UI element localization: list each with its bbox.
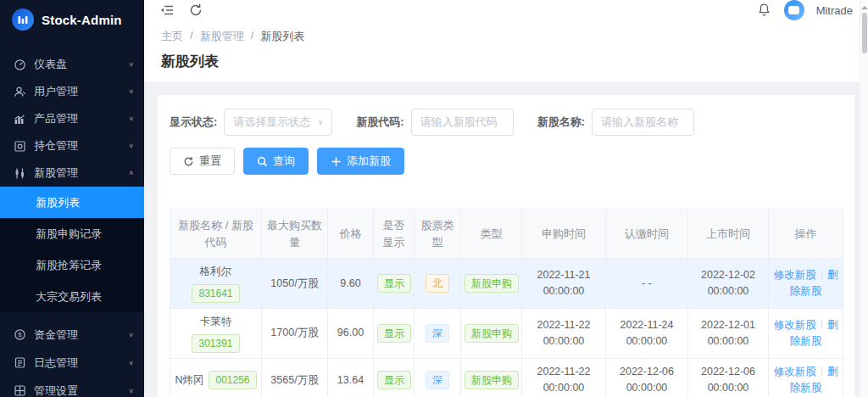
sidebar-item-logs[interactable]: 日志管理 ∨	[0, 349, 144, 377]
chevron-down-icon: ∨	[128, 88, 134, 95]
code-input[interactable]: 请输入新股代码	[411, 109, 514, 136]
scrollbar-thumb[interactable]	[862, 13, 867, 53]
sidebar-subitem-subscription-records[interactable]: 新股申购记录	[0, 218, 144, 249]
breadcrumb-separator: /	[251, 29, 254, 44]
gauge-icon	[14, 59, 26, 71]
app-title: Stock-Admin	[42, 13, 122, 27]
status-placeholder: 请选择显示状态	[233, 115, 312, 130]
status-select[interactable]: 请选择显示状态 ∨	[224, 109, 332, 136]
sidebar-item-label: 日志管理	[34, 355, 128, 371]
chat-logo-icon	[788, 6, 799, 14]
new-stock-table: 新股名称 / 新股代码 最大购买数量 价格 是否显示 股票类型 类型 申购时间 …	[170, 209, 843, 397]
sidebar-item-positions[interactable]: 持仓管理 ∨	[0, 132, 144, 159]
app-logo[interactable]: Stock-Admin	[0, 0, 144, 39]
divider	[821, 366, 822, 376]
edit-stock-link[interactable]: 修改新股	[774, 366, 816, 377]
chevron-down-icon: ∨	[128, 115, 134, 122]
sidebar-item-label: 产品管理	[34, 111, 128, 126]
subscribe-time: 2022-11-22 00:00:00	[522, 308, 606, 358]
breadcrumb-new-stock-mgmt[interactable]: 新股管理	[200, 29, 244, 44]
scroll-up-arrow-icon[interactable]	[861, 3, 868, 9]
position-icon	[14, 140, 26, 153]
col-listing-time: 上市时间	[688, 210, 769, 259]
filter-code: 新股代码: 请输入新股代码	[356, 109, 513, 136]
sidebar-subitem-block-trades[interactable]: 大宗交易列表	[0, 281, 144, 312]
col-price: 价格	[328, 210, 374, 259]
col-visible: 是否显示	[374, 210, 415, 259]
payment-time: - -	[606, 259, 688, 309]
listing-time: 2022-12-02 00:00:00	[688, 259, 769, 309]
subitem-label: 大宗交易列表	[36, 289, 102, 305]
sidebar-item-dashboard[interactable]: 仪表盘 ∨	[0, 51, 144, 78]
log-icon	[14, 356, 26, 369]
payment-time: 2022-11-24 00:00:00	[606, 308, 688, 358]
code-label: 新股代码:	[356, 115, 403, 130]
visible-badge: 显示	[377, 324, 411, 343]
search-icon	[257, 156, 268, 167]
subscribe-time: 2022-11-21 00:00:00	[522, 259, 606, 309]
sidebar-item-users[interactable]: 用户管理 ∨	[0, 78, 144, 105]
name-input[interactable]: 请输入新股名称	[592, 109, 694, 136]
stock-code-badge: 831641	[192, 284, 239, 303]
sidebar-item-admin-settings[interactable]: 管理设置 ∨	[0, 377, 144, 397]
breadcrumb: 主页 / 新股管理 / 新股列表	[161, 29, 851, 44]
table-row[interactable]: 格利尔 831641 1050/万股 9.60 显示 北 新股申购 2022-1…	[170, 259, 843, 309]
search-button[interactable]: 查询	[243, 148, 309, 175]
chevron-down-icon: ∨	[128, 61, 134, 68]
collapse-sidebar-icon[interactable]	[159, 3, 175, 18]
name-label: 新股名称:	[537, 115, 585, 130]
table-row[interactable]: 卡莱特 301391 1700/万股 96.00 显示 深 新股申购 2022-…	[170, 308, 843, 358]
price: 9.60	[328, 259, 374, 309]
sidebar-item-label: 资金管理	[34, 327, 128, 343]
content-card: 显示状态: 请选择显示状态 ∨ 新股代码: 请输入新股代码 新股名称: 请输入新…	[158, 95, 854, 397]
money-icon: $	[14, 328, 26, 341]
filter-bar: 显示状态: 请选择显示状态 ∨ 新股代码: 请输入新股代码 新股名称: 请输入新…	[170, 109, 843, 136]
filter-name: 新股名称: 请输入新股名称	[537, 109, 694, 136]
code-placeholder: 请输入新股代码	[420, 115, 504, 130]
add-new-stock-button[interactable]: 添加新股	[317, 148, 404, 175]
price: 13.64	[328, 358, 374, 397]
avatar[interactable]	[784, 0, 804, 20]
listing-time: 2022-12-01 00:00:00	[688, 308, 769, 358]
bell-icon[interactable]	[757, 3, 772, 18]
sidebar-item-label: 仪表盘	[34, 57, 128, 72]
user-icon	[14, 86, 26, 98]
subitem-label: 新股列表	[36, 195, 80, 210]
market-badge: 深	[426, 371, 449, 389]
table-row[interactable]: N炜冈 001256 3565/万股 13.64 显示 深 新股申购 2022-…	[170, 358, 843, 397]
refresh-icon[interactable]	[188, 3, 203, 18]
chevron-down-icon: ∨	[128, 360, 134, 366]
vertical-scrollbar[interactable]	[860, 0, 868, 397]
listing-time: 2022-12-06 00:00:00	[688, 358, 769, 397]
sidebar-item-label: 管理设置	[34, 383, 128, 397]
sidebar-subitem-rush-records[interactable]: 新股抢筹记录	[0, 249, 144, 281]
chevron-down-icon: ∨	[318, 118, 324, 126]
chevron-up-icon: ∧	[128, 170, 134, 176]
col-subscribe-time: 申购时间	[522, 210, 606, 259]
col-payment-time: 认缴时间	[606, 210, 688, 259]
visible-badge: 显示	[377, 274, 411, 293]
breadcrumb-home[interactable]: 主页	[161, 29, 183, 44]
stock-name: 格利尔	[174, 264, 258, 280]
status-label: 显示状态:	[170, 115, 217, 130]
col-max-buy: 最大购买数量	[262, 210, 328, 259]
edit-stock-link[interactable]: 修改新股	[774, 269, 816, 281]
visible-badge: 显示	[377, 371, 411, 389]
stock-code-badge: 001256	[209, 371, 256, 389]
stock-name: N炜冈	[175, 372, 203, 389]
col-operations: 操作	[769, 210, 843, 259]
sidebar-item-new-stocks[interactable]: 新股管理 ∧	[0, 159, 144, 187]
edit-stock-link[interactable]: 修改新股	[774, 319, 816, 331]
svg-text:$: $	[18, 331, 22, 338]
page-title: 新股列表	[161, 52, 851, 71]
page-header: 主页 / 新股管理 / 新股列表 新股列表	[144, 20, 868, 81]
max-buy: 1700/万股	[262, 308, 328, 358]
max-buy: 3565/万股	[262, 358, 328, 397]
sidebar-item-funds[interactable]: $ 资金管理 ∨	[0, 321, 144, 349]
sidebar-item-products[interactable]: 产品管理 ∨	[0, 105, 144, 132]
stock-name: 卡莱特	[174, 314, 258, 330]
reset-button[interactable]: 重置	[170, 148, 235, 175]
subitem-label: 新股申购记录	[36, 226, 102, 242]
sidebar-subitem-new-stock-list[interactable]: 新股列表	[0, 187, 144, 218]
reset-icon	[183, 156, 194, 167]
